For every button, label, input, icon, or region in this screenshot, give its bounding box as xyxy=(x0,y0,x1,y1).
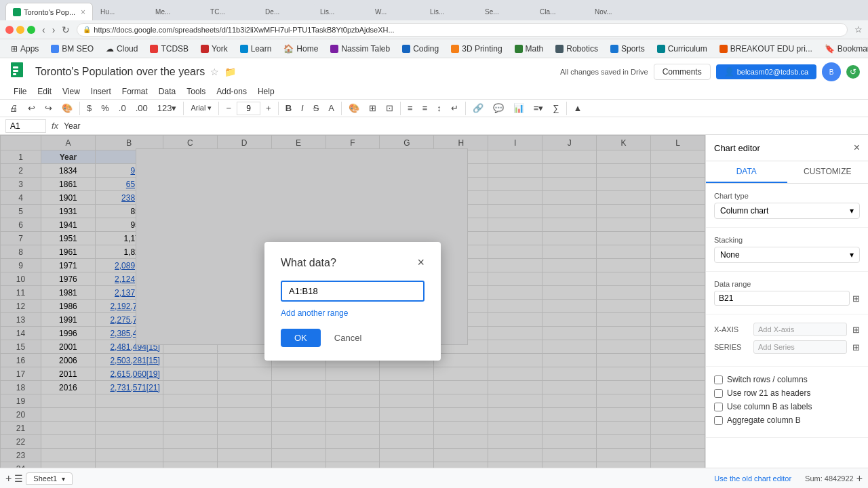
dialog-cancel-button[interactable]: Cancel xyxy=(326,329,370,347)
data-range-grid-btn[interactable]: ⊞ xyxy=(852,293,860,304)
star-icon[interactable]: ☆ xyxy=(210,66,219,77)
folder-icon[interactable]: 📁 xyxy=(224,66,236,77)
reload-btn[interactable]: ↻ xyxy=(59,23,73,37)
tab-inactive-1[interactable]: Hu... xyxy=(94,3,148,20)
valign-btn[interactable]: ↕ xyxy=(433,101,446,115)
spreadsheet-title[interactable]: Toronto's Population over the years xyxy=(35,66,205,78)
bookmark-3dprint[interactable]: 3D Printing xyxy=(446,42,507,56)
paint-format-btn[interactable]: 🎨 xyxy=(58,101,77,115)
checkbox-aggregate-colB[interactable]: Aggregate column B xyxy=(714,415,860,425)
bookmark-learn[interactable]: Learn xyxy=(235,42,277,56)
forward-btn[interactable]: › xyxy=(50,23,58,37)
bookmark-bookmarks[interactable]: 🔖 Bookmarks xyxy=(819,42,868,56)
bookmark-breakout[interactable]: BREAKOUT EDU pri... xyxy=(714,42,818,56)
bookmark-robotics[interactable]: Robotics xyxy=(550,42,604,56)
chart-btn[interactable]: 📊 xyxy=(509,101,528,115)
add-another-range-link[interactable]: Add another range xyxy=(281,308,425,318)
italic-btn[interactable]: I xyxy=(297,101,308,115)
merge-cells-btn[interactable]: ⊡ xyxy=(382,101,397,115)
use-colB-checkbox[interactable] xyxy=(714,403,723,411)
bookmark-curriculum[interactable]: Curriculum xyxy=(652,42,713,56)
x-axis-input[interactable]: Add X-axis xyxy=(753,323,847,336)
menu-help[interactable]: Help xyxy=(252,84,280,99)
tab-inactive-2[interactable]: Me... xyxy=(149,3,203,20)
percent-btn[interactable]: % xyxy=(97,101,113,115)
data-range-input[interactable] xyxy=(714,291,850,306)
use-row21-checkbox[interactable] xyxy=(714,389,723,398)
tab-inactive-7[interactable]: Lis... xyxy=(423,3,477,20)
bookmark-york[interactable]: York xyxy=(195,42,233,56)
tab-inactive-4[interactable]: De... xyxy=(258,3,313,20)
tab-inactive-3[interactable]: TC... xyxy=(203,3,258,20)
chart-editor-close-btn[interactable]: × xyxy=(854,142,860,154)
stacking-select[interactable]: None ▾ xyxy=(714,247,860,263)
bookmark-math[interactable]: Math xyxy=(509,42,549,56)
user-avatar[interactable]: B xyxy=(822,62,841,81)
filter-btn[interactable]: ≡▾ xyxy=(530,101,548,115)
bookmark-apps[interactable]: ⊞ Apps xyxy=(5,42,44,56)
currency-btn[interactable]: $ xyxy=(83,101,96,115)
align-left-btn[interactable]: ≡ xyxy=(403,101,417,115)
menu-file[interactable]: File xyxy=(8,84,32,99)
menu-sheets-btn[interactable]: ☰ xyxy=(14,473,23,484)
add-sheet-btn[interactable]: + xyxy=(5,472,12,485)
strikethrough-btn[interactable]: S xyxy=(309,101,323,115)
bookmark-sports[interactable]: Sports xyxy=(605,42,650,56)
checkbox-switch-rows[interactable]: Switch rows / columns xyxy=(714,375,860,384)
menu-addons[interactable]: Add-ons xyxy=(211,84,252,99)
chart-type-select[interactable]: Column chart ▾ xyxy=(714,203,860,219)
explore-bottom-btn[interactable]: + xyxy=(856,472,863,485)
bookmark-cloud[interactable]: ☁ Cloud xyxy=(100,42,143,56)
menu-edit[interactable]: Edit xyxy=(32,84,57,99)
series-grid-btn[interactable]: ⊞ xyxy=(852,342,860,352)
x-axis-grid-btn[interactable]: ⊞ xyxy=(852,325,860,335)
aggregate-colB-checkbox[interactable] xyxy=(714,416,723,425)
window-minimize-btn[interactable] xyxy=(16,26,24,34)
dialog-ok-button[interactable]: OK xyxy=(281,329,321,347)
bookmark-bmseo[interactable]: BM SEO xyxy=(45,42,99,56)
bookmark-home[interactable]: 🏠 Home xyxy=(278,42,323,56)
decimal-increase-btn[interactable]: .0 xyxy=(115,101,130,115)
function-btn[interactable]: ∑ xyxy=(549,101,563,115)
tab-inactive-5[interactable]: Lis... xyxy=(313,3,368,20)
bookmark-tcdsb[interactable]: TCDSB xyxy=(144,42,194,56)
borders-btn[interactable]: ⊞ xyxy=(365,101,380,115)
bold-btn[interactable]: B xyxy=(281,101,296,115)
comment-btn[interactable]: 💬 xyxy=(489,101,508,115)
bookmark-coding[interactable]: Coding xyxy=(397,42,444,56)
dialog-close-btn[interactable]: × xyxy=(417,256,425,270)
back-btn[interactable]: ‹ xyxy=(39,23,48,37)
wrap-btn[interactable]: ↵ xyxy=(447,101,462,115)
bookmark-nassim[interactable]: Nassim Taleb xyxy=(325,42,395,56)
dialog-range-input[interactable] xyxy=(281,281,425,302)
text-color-btn[interactable]: A xyxy=(324,101,338,115)
tab-active[interactable]: Toronto's Pop... × xyxy=(5,3,93,20)
checkbox-use-colB[interactable]: Use column B as labels xyxy=(714,402,860,411)
tab-close-icon[interactable]: × xyxy=(81,7,85,17)
series-input[interactable]: Add Series xyxy=(753,340,847,354)
share-button[interactable]: 👤 belcasm02@tcdsb.ca xyxy=(716,64,816,79)
use-old-chart-editor-link[interactable]: Use the old chart editor xyxy=(714,474,791,483)
link-btn[interactable]: 🔗 xyxy=(469,101,488,115)
undo-btn[interactable]: ↩ xyxy=(24,101,39,115)
switch-rows-checkbox[interactable] xyxy=(714,375,723,384)
explore-btn[interactable]: ▲ xyxy=(570,101,587,115)
chart-editor-tab-customize[interactable]: CUSTOMIZE xyxy=(787,161,869,183)
checkbox-use-row21[interactable]: Use row 21 as headers xyxy=(714,388,860,398)
decrease-font-btn[interactable]: − xyxy=(222,101,235,115)
tab-inactive-10[interactable]: Nov... xyxy=(588,3,642,20)
menu-format[interactable]: Format xyxy=(117,84,153,99)
tab-inactive-8[interactable]: Se... xyxy=(478,3,532,20)
font-family-btn[interactable]: Arial ▾ xyxy=(186,102,216,115)
print-btn[interactable]: 🖨 xyxy=(5,101,22,115)
menu-tools[interactable]: Tools xyxy=(181,84,211,99)
redo-btn[interactable]: ↪ xyxy=(41,101,56,115)
sheet-tab-sheet1[interactable]: Sheet1 ▾ xyxy=(26,472,73,485)
menu-view[interactable]: View xyxy=(57,84,85,99)
tab-inactive-9[interactable]: Cla... xyxy=(533,3,587,20)
align-center-btn[interactable]: ≡ xyxy=(418,101,432,115)
font-size-input[interactable]: 9 xyxy=(237,102,260,115)
decimal-decrease-btn[interactable]: .00 xyxy=(132,101,152,115)
increase-font-btn[interactable]: + xyxy=(262,101,275,115)
comments-button[interactable]: Comments xyxy=(654,64,711,80)
